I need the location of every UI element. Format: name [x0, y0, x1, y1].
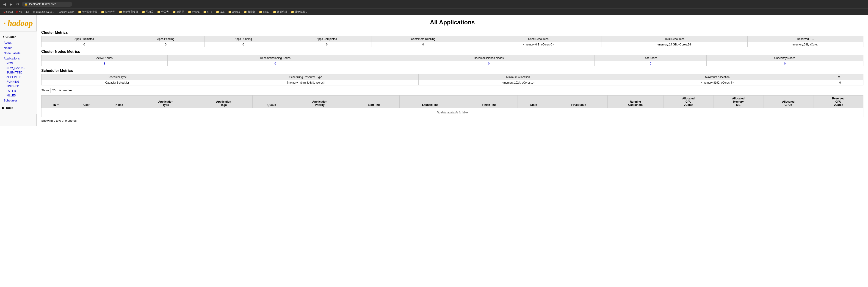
apps-col-launch[interactable]: LaunchTime — [399, 95, 461, 108]
cluster-nodes-table: Active Nodes Decommissioning Nodes Decom… — [41, 55, 863, 66]
apps-col-final[interactable]: FinalStatus — [550, 95, 608, 108]
bookmark-cpp[interactable]: 📁 C++ — [202, 10, 214, 14]
bookmark-hgd[interactable]: 📁 合工大 — [155, 9, 170, 14]
apps-col-queue[interactable]: Queue — [253, 95, 291, 108]
folder-icon: 📁 — [142, 10, 145, 13]
apps-col-memory[interactable]: AllocatedMemoryMB — [713, 95, 764, 108]
bookmark-graph[interactable]: 📁 图相关 — [140, 9, 155, 14]
apps-col-priority[interactable]: ApplicationPriority — [291, 95, 349, 108]
bookmark-gmail-label: Gmail — [6, 10, 13, 13]
entries-label: entries — [63, 89, 72, 92]
cm-header-containers: Containers Running — [371, 36, 475, 42]
bookmark-golang[interactable]: 📁 golang — [226, 10, 241, 14]
refresh-button[interactable]: ↻ — [15, 1, 20, 7]
forward-button[interactable]: ▶ — [9, 1, 13, 7]
cnm-header-lost: Lost Nodes — [594, 55, 706, 61]
bookmark-others[interactable]: 📁 其他收藏... — [289, 9, 309, 14]
back-button[interactable]: ◀ — [2, 1, 7, 7]
cnm-val-decommissioned: 0 — [383, 61, 595, 66]
sidebar-item-scheduler[interactable]: Scheduler — [0, 98, 37, 103]
cnm-header-unhealthy: Unhealthy Nodes — [706, 55, 863, 61]
sidebar-item-killed[interactable]: KILLED — [0, 93, 37, 98]
sidebar-item-new-saving[interactable]: NEW_SAVING — [0, 66, 37, 70]
sm-val-m: 0 — [817, 80, 863, 85]
sidebar-item-nodes[interactable]: Nodes — [0, 45, 37, 51]
sidebar-item-accepted[interactable]: ACCEPTED — [0, 75, 37, 80]
lost-nodes-link[interactable]: 0 — [650, 62, 651, 65]
cm-val-total: <memory:24 GB, vCores:24> — [601, 42, 747, 47]
cm-val-completed: 0 — [282, 42, 371, 47]
scheduler-metrics-header: Scheduler Metrics — [41, 69, 863, 73]
cm-header-used: Used Resources — [475, 36, 602, 42]
sidebar-cluster-toggle[interactable]: ▼ Cluster — [0, 34, 37, 40]
folder-icon: 📁 — [291, 10, 294, 13]
bookmark-hgd-label: 合工大 — [161, 10, 169, 13]
bookmark-edu-label: 智能教育项目 — [123, 10, 138, 13]
apps-col-id[interactable]: ID ▼ — [41, 95, 71, 108]
sidebar-item-nodelabels[interactable]: Node Labels — [0, 51, 37, 56]
apps-col-name[interactable]: Name — [102, 95, 137, 108]
bookmark-edu[interactable]: 📁 智能教育项目 — [117, 9, 140, 14]
apps-col-cpu[interactable]: AllocatedCPUVCores — [663, 95, 713, 108]
sidebar-tools-toggle[interactable]: ▶ Tools — [0, 104, 37, 111]
apps-col-app-type[interactable]: ApplicationType — [137, 95, 195, 108]
sidebar: ▼ Cluster About Nodes Node Labels Applic… — [0, 31, 37, 114]
cm-val-containers: 0 — [371, 42, 475, 47]
bookmark-java[interactable]: 📁 java — [214, 10, 226, 14]
entries-select[interactable]: 10 20 25 50 100 — [50, 88, 62, 93]
sidebar-cluster-label: Cluster — [5, 35, 16, 38]
sidebar-item-about[interactable]: About — [0, 40, 37, 45]
sidebar-item-running[interactable]: RUNNING — [0, 80, 37, 84]
bookmark-trump[interactable]: Trump's China re... — [31, 10, 56, 14]
show-entries-control: Show 10 20 25 50 100 entries — [41, 88, 863, 93]
cluster-nodes-metrics-header: Cluster Nodes Metrics — [41, 50, 863, 54]
bookmark-youtube[interactable]: ▶ YouTube — [15, 10, 30, 14]
bookmark-academic[interactable]: 📁 学术论文搜索 — [76, 9, 99, 14]
unhealthy-nodes-link[interactable]: 0 — [784, 62, 786, 65]
bookmark-dataset[interactable]: 📁 数据集 — [242, 9, 257, 14]
decommissioning-nodes-link[interactable]: 0 — [274, 62, 276, 65]
svg-point-3 — [4, 23, 4, 23]
sidebar-item-finished[interactable]: FINISHED — [0, 84, 37, 89]
gmail-icon: M — [3, 10, 5, 13]
bookmark-linux[interactable]: 📁 Linux — [257, 10, 271, 14]
page-title: All Applications — [41, 19, 863, 26]
sidebar-item-submitted[interactable]: SUBMITTED — [0, 70, 37, 75]
bookmark-hnu[interactable]: 📁 湖南大学 — [99, 9, 117, 14]
sidebar-item-new[interactable]: NEW — [0, 61, 37, 66]
scheduler-metrics-table: Scheduler Type Scheduling Resource Type … — [41, 74, 863, 85]
svg-rect-6 — [5, 24, 5, 24]
apps-col-containers[interactable]: RunningContainers — [607, 95, 663, 108]
bookmark-algo[interactable]: 📁 算法题 — [171, 9, 186, 14]
cnm-val-active[interactable]: 3 — [41, 61, 167, 66]
svg-rect-7 — [5, 24, 5, 24]
bookmark-dataanalysis[interactable]: 📁 数据分析 — [271, 9, 289, 14]
folder-icon: 📁 — [228, 10, 231, 13]
bookmark-python[interactable]: 📁 python — [186, 10, 201, 14]
decommissioned-nodes-link[interactable]: 0 — [488, 62, 490, 65]
bookmark-gmail[interactable]: M Gmail — [2, 10, 14, 14]
apps-col-start[interactable]: StartTime — [349, 95, 399, 108]
cm-val-submitted: 0 — [41, 42, 127, 47]
sidebar-item-failed[interactable]: FAILED — [0, 89, 37, 93]
apps-col-app-tags[interactable]: ApplicationTags — [195, 95, 253, 108]
apps-col-finish[interactable]: FinishTime — [461, 95, 518, 108]
apps-col-gpus[interactable]: AllocatedGPUs — [764, 95, 813, 108]
sidebar-item-applications[interactable]: Applications — [0, 56, 37, 61]
bookmark-dataset-label: 数据集 — [248, 10, 255, 13]
bookmark-linux-label: Linux — [263, 10, 269, 13]
show-label: Show — [41, 89, 49, 92]
cm-header-pending: Apps Pending — [127, 36, 204, 42]
cm-header-running: Apps Running — [204, 36, 282, 42]
apps-col-state[interactable]: State — [518, 95, 550, 108]
folder-icon: 📁 — [244, 10, 247, 13]
apps-col-reserved-cpu[interactable]: ReservedCPUVCores — [813, 95, 863, 108]
browser-bar: ◀ ▶ ↻ 🔒 localhost:8088/cluster — [0, 0, 868, 8]
cm-val-running: 0 — [204, 42, 282, 47]
active-nodes-link[interactable]: 3 — [104, 62, 105, 65]
cm-header-completed: Apps Completed — [282, 36, 371, 42]
url-bar[interactable]: 🔒 localhost:8088/cluster — [22, 2, 72, 7]
bookmark-road2coding[interactable]: Road 2 Coding — [56, 10, 76, 14]
cm-val-used: <memory:0 B, vCores:0> — [475, 42, 602, 47]
apps-col-user[interactable]: User — [71, 95, 102, 108]
